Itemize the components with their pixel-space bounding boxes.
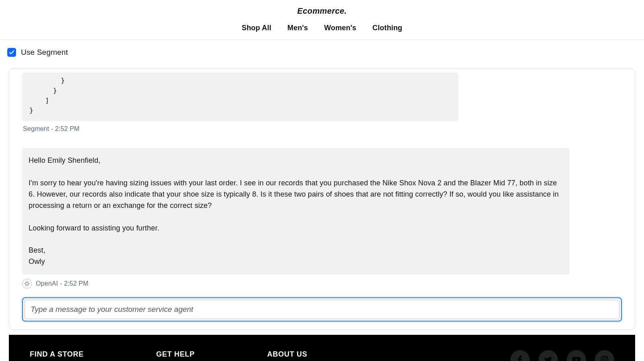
svg-point-3 <box>606 357 607 358</box>
nav-shop-all[interactable]: Shop All <box>242 24 271 32</box>
segment-code-block: } } ] } <box>22 73 458 121</box>
footer-get-help[interactable]: GET HELP <box>156 350 195 359</box>
nav-clothing[interactable]: Clothing <box>372 24 402 32</box>
chat-panel: } } ] } Segment - 2:52 PM Hello Emily Sh… <box>9 68 635 330</box>
openai-icon <box>22 279 32 288</box>
footer-about-us-heading: ABOUT US <box>267 350 308 359</box>
site-header: Ecommerce. Shop All Men's Women's Clothi… <box>0 0 644 40</box>
chat-input-container <box>22 297 622 322</box>
site-logo: Ecommerce. <box>0 6 644 16</box>
footer-get-help-heading: GET HELP <box>156 350 195 359</box>
svg-point-2 <box>603 358 606 361</box>
assistant-message-text: Hello Emily Shenfield, I'm sorry to hear… <box>29 155 563 268</box>
primary-nav: Shop All Men's Women's Clothing <box>0 24 644 39</box>
footer-find-store-heading: FIND A STORE <box>30 350 84 359</box>
segment-message-meta: Segment - 2:52 PM <box>23 125 622 133</box>
site-footer: FIND A STORE GET HELP ABOUT US <box>9 335 635 361</box>
instagram-icon[interactable] <box>595 350 614 361</box>
footer-find-store[interactable]: FIND A STORE <box>30 350 84 359</box>
assistant-message: Hello Emily Shenfield, I'm sorry to hear… <box>22 148 570 275</box>
use-segment-label: Use Segment <box>21 48 68 57</box>
svg-rect-1 <box>601 357 608 361</box>
nav-mens[interactable]: Men's <box>287 24 308 32</box>
use-segment-checkbox[interactable] <box>7 48 16 57</box>
check-icon <box>9 50 14 55</box>
svg-point-0 <box>26 282 29 285</box>
youtube-icon[interactable] <box>567 350 586 361</box>
footer-about-us[interactable]: ABOUT US <box>267 350 308 359</box>
nav-womens[interactable]: Women's <box>324 24 356 32</box>
chat-input[interactable] <box>25 300 619 319</box>
twitter-icon[interactable] <box>539 350 558 361</box>
segment-toggle-row: Use Segment <box>0 40 644 59</box>
footer-columns: FIND A STORE GET HELP ABOUT US <box>30 350 308 359</box>
facebook-icon[interactable] <box>510 350 530 361</box>
footer-social <box>510 350 614 361</box>
assistant-message-meta: OpenAI - 2:52 PM <box>36 280 89 287</box>
assistant-message-meta-row: OpenAI - 2:52 PM <box>22 279 622 288</box>
